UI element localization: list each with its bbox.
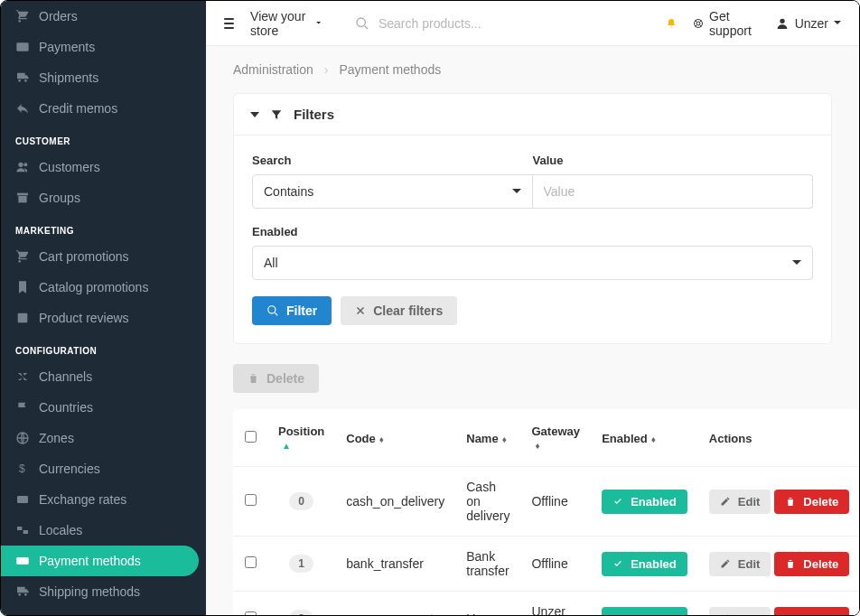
cell-code: bank_transfer (335, 537, 455, 592)
bulk-delete-button[interactable]: Delete (233, 364, 319, 393)
filter-button[interactable]: Filter (252, 296, 332, 325)
sidebar-item-label: Locales (39, 523, 82, 537)
sidebar-item-groups[interactable]: Groups (1, 182, 206, 213)
sort-icon: ♦ (502, 434, 507, 444)
sidebar-item-credit-memos[interactable]: Credit memos (1, 93, 206, 124)
search-input[interactable] (379, 16, 650, 31)
chevron-right-icon: › (324, 62, 329, 77)
check-icon (612, 559, 623, 568)
breadcrumb-item[interactable]: Administration (233, 62, 313, 77)
cart-icon (15, 9, 30, 23)
sidebar-item-label: Channels (39, 369, 92, 384)
sidebar-item-cart-promotions[interactable]: Cart promotions (1, 241, 206, 272)
column-header-enabled[interactable]: Enabled♦ (591, 410, 698, 467)
topbar: View your store Get support Unzer (206, 1, 859, 46)
svg-point-20 (357, 18, 365, 26)
filters-header[interactable]: Filters (234, 94, 831, 135)
sidebar-item-label: Shipments (39, 70, 98, 85)
filters-body: Search Value Contains (234, 135, 831, 343)
svg-point-23 (780, 18, 784, 23)
sidebar-item-payment-methods[interactable]: Payment methods (1, 546, 199, 576)
cart-icon (15, 249, 30, 264)
get-support-link[interactable]: Get support (693, 9, 759, 38)
sidebar-item-label: Groups (39, 191, 80, 205)
edit-button[interactable]: Edit (709, 490, 771, 514)
select-all-checkbox[interactable] (245, 431, 257, 443)
cell-gateway: Offline (520, 537, 591, 592)
svg-rect-0 (16, 42, 28, 51)
sidebar-item-label: Catalog promotions (39, 280, 148, 294)
column-header-actions: Actions (698, 410, 859, 467)
position-badge: 0 (289, 492, 313, 510)
sidebar-item-catalog-promotions[interactable]: Catalog promotions (1, 272, 206, 303)
edit-label: Edit (738, 612, 761, 616)
exchange-icon (15, 492, 30, 507)
delete-button[interactable]: Delete (774, 607, 849, 616)
svg-point-16 (24, 593, 27, 596)
support-label: Get support (709, 9, 759, 38)
sidebar-item-channels[interactable]: Channels (1, 361, 206, 392)
sidebar-item-label: Product reviews (39, 311, 129, 325)
sidebar-item-locales[interactable]: Locales (1, 515, 206, 546)
edit-button[interactable]: Edit (709, 607, 771, 616)
sidebar-item-countries[interactable]: Countries (1, 392, 206, 423)
row-checkbox[interactable] (245, 494, 257, 506)
globe-icon (15, 431, 30, 445)
column-header-code[interactable]: Code♦ (335, 410, 455, 467)
sidebar-item-shipments[interactable]: Shipments (1, 62, 206, 93)
sidebar-item-shipping-categories[interactable]: Shipping categories (1, 607, 206, 615)
row-checkbox[interactable] (245, 556, 257, 568)
cell-name: Bank transfer (455, 537, 520, 592)
clear-filters-button[interactable]: Clear filters (341, 296, 457, 325)
cell-gateway: Offline (520, 467, 591, 537)
sidebar-item-label: Payments (39, 40, 95, 54)
cell-code: unzer_payment (335, 592, 455, 616)
sort-asc-icon: ▲ (282, 441, 291, 451)
sidebar-item-shipping-methods[interactable]: Shipping methods (1, 576, 206, 607)
sort-icon: ♦ (379, 434, 384, 444)
enabled-select[interactable]: All (252, 246, 813, 280)
column-header-position[interactable]: Position▲ (267, 410, 335, 467)
edit-button[interactable]: Edit (709, 552, 771, 576)
archive-icon (15, 191, 30, 205)
svg-point-4 (23, 163, 27, 166)
sidebar-item-product-reviews[interactable]: Product reviews (1, 303, 206, 333)
payment-icon (15, 40, 30, 54)
svg-point-22 (696, 22, 700, 25)
enabled-label: Enabled (631, 495, 677, 509)
delete-button[interactable]: Delete (774, 552, 849, 576)
clear-filters-label: Clear filters (373, 303, 443, 318)
sidebar-header-configuration: CONFIGURATION (1, 333, 206, 361)
hamburger-icon[interactable] (224, 18, 234, 29)
sidebar-item-exchange-rates[interactable]: Exchange rates (1, 484, 206, 515)
column-header-name[interactable]: Name♦ (455, 410, 520, 467)
sidebar-item-label: Cart promotions (39, 249, 129, 264)
sidebar-item-customers[interactable]: Customers (1, 152, 206, 182)
sidebar-item-zones[interactable]: Zones (1, 423, 206, 453)
bell-icon[interactable] (666, 15, 677, 32)
enabled-label: Enabled (252, 225, 813, 238)
row-checkbox[interactable] (245, 611, 257, 615)
sidebar-item-payments[interactable]: Payments (1, 32, 206, 62)
chevron-down-icon (834, 21, 841, 25)
svg-rect-5 (17, 193, 28, 196)
sidebar-item-label: Shipping methods (39, 584, 140, 599)
value-input[interactable] (533, 174, 814, 209)
enabled-label: Enabled (631, 557, 677, 571)
svg-rect-10 (17, 496, 28, 503)
pencil-icon (720, 496, 731, 507)
delete-button[interactable]: Delete (774, 490, 849, 514)
view-store-dropdown[interactable]: View your store (250, 9, 321, 38)
search-icon (266, 304, 279, 317)
sidebar-item-label: Payment methods (39, 554, 141, 568)
enabled-badge[interactable]: Enabled (602, 607, 687, 616)
delete-label: Delete (803, 557, 838, 571)
enabled-badge[interactable]: Enabled (602, 552, 687, 576)
enabled-badge[interactable]: Enabled (602, 490, 687, 514)
sidebar-item-currencies[interactable]: $ Currencies (1, 453, 206, 484)
search-type-select[interactable]: Contains (252, 174, 533, 209)
column-header-gateway[interactable]: Gateway♦ (520, 410, 591, 467)
svg-point-1 (18, 79, 21, 82)
sidebar-item-orders[interactable]: Orders (1, 1, 206, 32)
user-dropdown[interactable]: Unzer (775, 16, 841, 31)
